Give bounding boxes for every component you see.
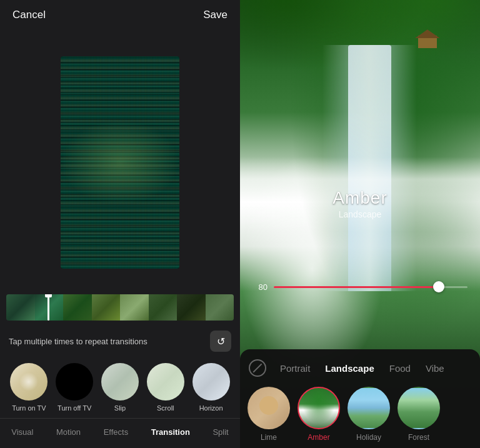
glitch-effect (61, 56, 179, 269)
transition-label-slip: Slip (114, 404, 126, 412)
filter-item-holiday[interactable]: Holiday (346, 387, 391, 442)
left-panel: Cancel Save Tap multiple times to repeat… (0, 0, 240, 448)
tab-split[interactable]: Split (208, 425, 233, 439)
timeline-frames (6, 294, 234, 321)
filter-item-amber[interactable]: Amber (296, 387, 341, 442)
transition-item-scroll[interactable]: Scroll (147, 363, 184, 412)
right-bottom-panel: Portrait Landscape Food Vibe Lime Amber … (240, 349, 480, 448)
save-button[interactable]: Save (203, 9, 228, 21)
category-tabs: Portrait Landscape Food Vibe (240, 357, 480, 387)
intensity-value: 80 (252, 282, 268, 292)
preview-area (0, 30, 240, 294)
filter-thumb-amber (298, 387, 340, 429)
instruction-row: Tap multiple times to repeat transitions… (0, 326, 240, 357)
transition-thumb-horizon (192, 363, 230, 401)
cat-tab-food[interactable]: Food (382, 361, 418, 376)
transition-thumb-turn-off-tv (56, 363, 93, 401)
no-filter-button[interactable] (246, 357, 269, 379)
video-preview (61, 56, 179, 269)
bottom-tabs: Visual Motion Effects Transition Split (0, 418, 240, 448)
tab-transition[interactable]: Transition (146, 425, 195, 439)
undo-button[interactable]: ↺ (210, 331, 231, 352)
cat-tab-portrait[interactable]: Portrait (272, 361, 318, 376)
timeline-strip[interactable] (6, 294, 234, 321)
transition-label-turn-on-tv: Turn on TV (12, 404, 46, 412)
no-filter-icon (249, 359, 266, 377)
timeline-frame (63, 294, 92, 321)
transition-item-horizon[interactable]: Horizon (192, 363, 230, 412)
tab-effects[interactable]: Effects (99, 425, 134, 439)
top-bar: Cancel Save (0, 0, 240, 30)
timeline-frame (6, 294, 35, 321)
timeline-frame (92, 294, 121, 321)
filter-thumb-lime (248, 387, 290, 429)
cat-tab-vibe[interactable]: Vibe (418, 361, 452, 376)
filter-category-text: Landscape (240, 209, 480, 219)
intensity-slider-fill (274, 286, 439, 288)
timeline-frame (149, 294, 178, 321)
intensity-slider-track[interactable] (274, 286, 468, 288)
transition-item-turn-on-tv[interactable]: Turn on TV (10, 363, 48, 412)
filter-name-text: Amber (240, 188, 480, 208)
intensity-slider-thumb[interactable] (433, 281, 444, 292)
filter-thumb-holiday (348, 387, 390, 429)
transition-label-turn-off-tv: Turn off TV (58, 404, 91, 412)
hut (418, 36, 437, 48)
transition-label-scroll: Scroll (157, 404, 174, 412)
filter-items-row: Lime Amber Holiday Forest (240, 387, 480, 442)
timeline-frame (206, 294, 234, 321)
cancel-button[interactable]: Cancel (12, 9, 46, 21)
filter-item-lime[interactable]: Lime (246, 387, 291, 442)
instruction-text: Tap multiple times to repeat transitions (9, 337, 148, 346)
filter-name-overlay: Amber Landscape (240, 188, 480, 219)
timeline-frame (177, 294, 206, 321)
transition-thumb-turn-on-tv (10, 363, 48, 401)
tab-motion[interactable]: Motion (51, 425, 86, 439)
filter-label-lime: Lime (261, 433, 277, 442)
filter-label-holiday: Holiday (356, 433, 381, 442)
undo-icon: ↺ (217, 336, 225, 347)
intensity-slider-container: 80 (252, 282, 468, 292)
filter-label-amber: Amber (308, 433, 329, 442)
transitions-row: Turn on TV Turn off TV Slip Scroll Horiz… (0, 357, 240, 418)
filter-item-forest[interactable]: Forest (396, 387, 441, 442)
transition-item-turn-off-tv[interactable]: Turn off TV (56, 363, 93, 412)
transition-thumb-scroll (147, 363, 184, 401)
cat-tab-landscape[interactable]: Landscape (318, 361, 381, 376)
filter-label-forest: Forest (408, 433, 429, 442)
right-panel: Amber Landscape 80 Portrait Landscape Fo… (240, 0, 480, 448)
transition-item-slip[interactable]: Slip (101, 363, 139, 412)
transition-label-horizon: Horizon (199, 404, 223, 412)
timeline-playhead[interactable] (48, 294, 49, 321)
transition-thumb-slip (101, 363, 139, 401)
filter-thumb-forest (398, 387, 440, 429)
timeline-frame (120, 294, 149, 321)
tab-visual[interactable]: Visual (6, 425, 38, 439)
